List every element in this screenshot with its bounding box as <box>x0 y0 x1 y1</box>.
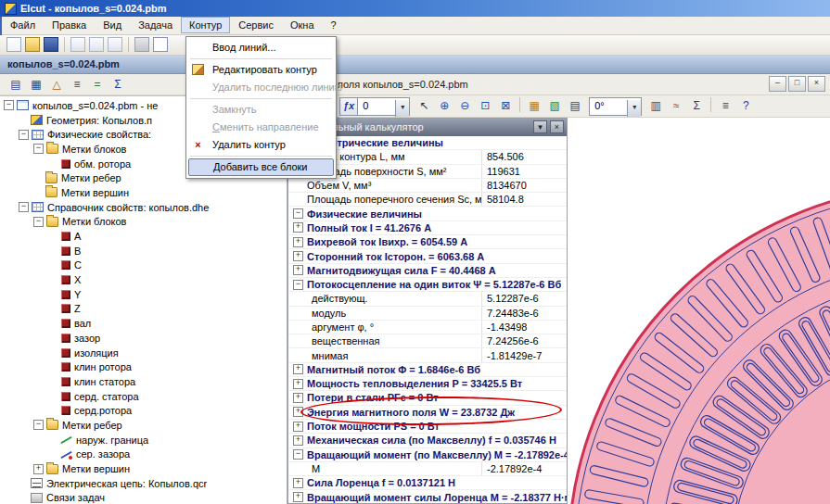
calc-row[interactable]: Объем V, мм³8134670 <box>288 179 567 193</box>
calc-row[interactable]: +Энергия магнитного поля W = 23.8732 Дж <box>288 406 567 420</box>
calc-row[interactable]: +Магнитный поток Φ = 1.6846e-6 Вб <box>288 363 567 377</box>
grid-icon[interactable]: ▤ <box>566 97 584 116</box>
tree-item[interactable]: зазор <box>0 331 287 346</box>
help-icon[interactable] <box>153 37 168 52</box>
menubar-item[interactable]: Окна <box>282 17 323 33</box>
tree-item[interactable]: клин ротора <box>0 359 287 374</box>
calc-row[interactable]: +Сторонний ток Iсторон. = 6063.68 А <box>288 249 567 263</box>
collapse-icon[interactable]: − <box>19 130 29 140</box>
open-icon[interactable] <box>25 37 40 52</box>
tree-item[interactable]: C <box>0 258 287 273</box>
expand-icon[interactable]: + <box>33 464 44 474</box>
calculator-icon[interactable]: Σ <box>687 97 706 116</box>
menubar-item[interactable]: ? <box>323 17 345 33</box>
tree-item[interactable]: изоляция <box>0 346 287 360</box>
calc-row[interactable]: −Физические величины <box>288 207 567 220</box>
cut-icon[interactable] <box>70 37 85 52</box>
calc-row[interactable]: Площадь поперечного сечения Sc, мм²58104… <box>288 193 567 207</box>
zoom-extents-icon[interactable]: ⊠ <box>496 97 515 116</box>
tree-item[interactable]: Z <box>0 302 287 317</box>
menubar-item[interactable]: Правка <box>44 17 95 33</box>
calc-row[interactable]: +Сила Лоренца f = 0.0137121 Н <box>288 476 567 490</box>
collapse-icon[interactable]: − <box>293 280 303 290</box>
collapse-icon[interactable]: − <box>293 208 303 219</box>
tree-item[interactable]: Y <box>0 287 287 302</box>
properties-icon[interactable]: ≡ <box>68 76 86 94</box>
expand-icon[interactable]: + <box>293 222 303 233</box>
pointer-icon[interactable]: ↖ <box>415 97 433 116</box>
tree-item[interactable]: Метки вершин <box>0 185 287 200</box>
menu-item[interactable]: Редактировать контур <box>186 61 336 79</box>
tree-item[interactable]: вал <box>0 316 287 331</box>
menu-item[interactable]: Удалить последнюю линию <box>186 79 336 96</box>
restore-icon[interactable]: □ <box>788 76 806 92</box>
expand-icon[interactable]: + <box>293 492 303 502</box>
legend-icon[interactable]: ≡ <box>716 97 734 116</box>
calc-row[interactable]: +Мощность тепловыделения P = 33425.5 Вт <box>288 377 567 391</box>
calc-row[interactable]: +Вихревой ток Iвихр. = 6054.59 А <box>288 235 567 249</box>
collapse-icon[interactable]: − <box>33 420 44 430</box>
tree-item[interactable]: −Справочник свойств: копылов.dhe <box>0 200 287 215</box>
tree-item[interactable]: серд.ротора <box>0 403 287 418</box>
problem-view-icon[interactable]: ▤ <box>6 76 25 94</box>
info-icon[interactable]: ? <box>736 97 755 116</box>
minimize-icon[interactable]: – <box>769 76 786 92</box>
chevron-down-icon[interactable]: ▾ <box>395 100 409 117</box>
menu-item[interactable]: Сменить направление <box>186 119 336 136</box>
solve-icon[interactable]: = <box>88 76 107 94</box>
color-map-icon[interactable]: ▧ <box>545 97 564 116</box>
tree-item[interactable]: +Метки вершин <box>0 461 287 476</box>
calc-row[interactable]: вещественная7.24256e-6 <box>288 334 567 348</box>
menu-item[interactable]: Добавить все блоки <box>188 158 334 176</box>
calc-row[interactable]: аргумент φ, °-1.43498 <box>288 321 567 334</box>
menu-item[interactable]: ×Удалить контур <box>186 136 336 154</box>
zoom-window-icon[interactable]: ⊡ <box>476 97 494 116</box>
expand-icon[interactable]: + <box>293 251 303 261</box>
model-view[interactable] <box>568 118 830 504</box>
collapse-icon[interactable]: − <box>4 100 14 110</box>
tree-item[interactable]: −Метки ребер <box>0 418 287 433</box>
angle-combo[interactable]: 0°▾ <box>589 97 642 116</box>
project-tab[interactable]: копылов_s=0.024.pbm <box>7 58 120 69</box>
chevron-down-icon[interactable]: ▾ <box>627 100 641 117</box>
expand-icon[interactable]: + <box>293 422 303 432</box>
panel-menu-button[interactable]: ▾ <box>533 120 547 133</box>
calc-row[interactable]: +Магнитодвижущая сила F = 40.4468 А <box>288 264 567 278</box>
calc-row[interactable]: −Вращающий момент (по Максвеллу) M = -2.… <box>288 448 567 462</box>
expand-icon[interactable]: + <box>293 237 303 247</box>
expand-icon[interactable]: + <box>293 435 303 446</box>
paste-icon[interactable] <box>108 37 122 52</box>
collapse-icon[interactable]: − <box>19 202 29 212</box>
calc-row[interactable]: +Потери в стали PFe = 0 Вт <box>288 391 567 405</box>
tree-item[interactable]: серд. статора <box>0 389 287 404</box>
calc-row[interactable]: +Полный ток I = 41.2676 А <box>288 221 567 235</box>
field-picture-icon[interactable]: ▦ <box>525 97 543 116</box>
expand-icon[interactable]: + <box>293 379 303 389</box>
calc-row[interactable]: +Поток мощности PS = 0 Вт <box>288 420 567 434</box>
tree-item[interactable]: Связи задач <box>0 491 287 504</box>
tree-item[interactable]: сер. зазора <box>0 447 287 462</box>
geometry-icon[interactable]: △ <box>47 76 66 94</box>
motor-cross-section[interactable] <box>568 118 830 504</box>
fx-combo[interactable]: ƒx0▾ <box>339 97 410 116</box>
menubar-item[interactable]: Контур <box>181 17 230 33</box>
calc-row[interactable]: мнимая-1.81429e-7 <box>288 348 567 362</box>
save-icon[interactable]: ▦ <box>27 76 45 94</box>
tree-item[interactable]: Электрическая цепь: Копылов.qcr <box>0 476 287 491</box>
menubar-item[interactable]: Файл <box>2 17 44 33</box>
tree-item[interactable]: A <box>0 229 287 244</box>
calc-row[interactable]: M-2.17892e-4 <box>288 462 567 476</box>
expand-icon[interactable]: + <box>293 265 303 275</box>
save-icon[interactable] <box>44 37 58 52</box>
print-icon[interactable] <box>134 37 149 52</box>
new-icon[interactable] <box>6 37 21 52</box>
menu-item[interactable]: Замкнуть <box>186 101 336 119</box>
expand-icon[interactable]: + <box>293 364 303 374</box>
collapse-icon[interactable]: − <box>33 217 44 227</box>
expand-icon[interactable]: + <box>293 407 303 417</box>
menubar-item[interactable]: Сервис <box>230 17 282 33</box>
calc-row[interactable]: −Потокосцепление на один виток Ψ = 5.122… <box>288 278 567 292</box>
results-icon[interactable]: Σ <box>109 76 127 94</box>
tree-item[interactable]: наруж. граница <box>0 433 287 447</box>
calc-row[interactable]: модуль7.24483e-6 <box>288 307 567 321</box>
